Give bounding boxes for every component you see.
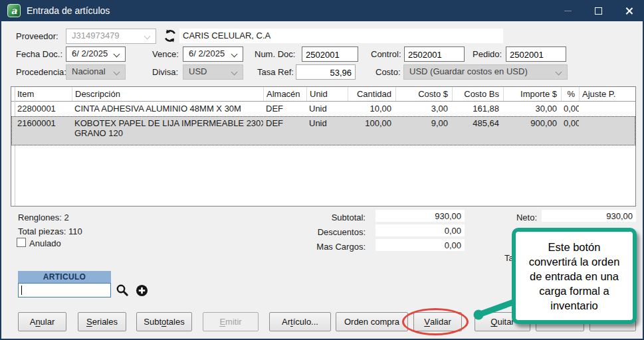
tasa-ref-field[interactable] xyxy=(296,64,356,80)
descuentos-field: 0,00 xyxy=(376,224,465,236)
maximize-button[interactable] xyxy=(583,0,613,21)
callout-line: convertirá la orden xyxy=(516,254,633,269)
subtotal-field: 930,00 xyxy=(376,210,465,222)
column-header-importe-usd[interactable]: Importe $ xyxy=(503,87,561,101)
column-header-almacen[interactable]: Almacén xyxy=(263,87,306,101)
column-header-costo-usd[interactable]: Costo $ xyxy=(395,87,452,101)
close-icon xyxy=(625,7,633,15)
cell-unid: Unid xyxy=(306,116,348,145)
fecha-doc-datepicker[interactable]: 6/ 2/2025 xyxy=(66,46,126,62)
cell-item: 21600001 xyxy=(15,116,72,145)
cell-cantidad: 100,00 xyxy=(348,116,395,145)
articulo-button[interactable]: Artículo... xyxy=(269,312,331,331)
anulado-checkbox[interactable] xyxy=(17,238,26,247)
cell-unid: Unid xyxy=(306,102,348,116)
vence-value: 6/ 2/2025 xyxy=(189,48,225,58)
callout-line: carga formal a xyxy=(516,284,633,298)
cell-importe-usd: 900,00 xyxy=(503,116,561,145)
cell-pct: 0,00 xyxy=(561,102,579,116)
costo-combobox: USD (Guardar costos en USD) xyxy=(403,64,568,80)
procedencia-label: Procedencia: xyxy=(16,67,66,77)
mas-cargos-field: 0,00 xyxy=(376,239,465,251)
app-logo-icon: a xyxy=(7,4,21,17)
add-article-button[interactable] xyxy=(136,284,148,297)
tasa-ref-label: Tasa Ref: xyxy=(257,67,294,77)
search-button[interactable] xyxy=(116,284,129,297)
descuentos-label: Descuentos: xyxy=(287,227,366,237)
chevron-down-icon xyxy=(144,33,151,40)
cell-costo-bs: 161,88 xyxy=(452,102,503,116)
table-row[interactable]: 22800001 CINTA ADHESIVA ALUMINIO 48MM X … xyxy=(11,102,635,116)
maximize-icon xyxy=(595,7,602,15)
pedido-field[interactable] xyxy=(506,46,566,62)
divisa-label: Divisa: xyxy=(152,67,178,77)
proveedor-value: J314973479 xyxy=(72,31,120,41)
total-piezas-value: 110 xyxy=(68,226,82,236)
control-label: Control: xyxy=(371,49,401,59)
renglones-text: Renglones: 2 xyxy=(18,212,69,222)
column-header-cantidad[interactable]: Cantidad xyxy=(348,87,395,101)
chevron-down-icon xyxy=(231,51,238,58)
procedencia-combobox: Nacional xyxy=(66,64,126,80)
orden-compra-button[interactable]: Orden compra xyxy=(336,312,408,331)
callout-line: Este botón xyxy=(516,240,633,254)
refresh-button[interactable] xyxy=(163,29,177,43)
articulo-header: ARTICULO xyxy=(18,271,111,283)
neto-label: Neto: xyxy=(493,212,537,222)
seriales-button[interactable]: Seriales xyxy=(78,312,126,331)
total-piezas-label: Total piezas: xyxy=(18,226,66,236)
cell-descripcion: CINTA ADHESIVA ALUMINIO 48MM X 30M xyxy=(72,102,263,116)
column-header-pct[interactable]: % xyxy=(561,87,579,101)
anulado-label: Anulado xyxy=(29,238,61,248)
chevron-down-icon xyxy=(231,69,238,76)
vence-datepicker[interactable]: 6/ 2/2025 xyxy=(183,46,243,62)
mas-cargos-label: Mas Cargos: xyxy=(287,242,366,252)
subtotales-button[interactable]: Subtotales xyxy=(136,312,192,331)
vence-label: Vence: xyxy=(152,49,179,59)
items-table: Item Descripción Almacén Unid Cantidad C… xyxy=(11,86,636,207)
chevron-down-icon xyxy=(556,69,562,76)
logo-letter: a xyxy=(11,5,17,16)
cell-importe-usd: 30,00 xyxy=(503,102,561,116)
articulo-search-input[interactable] xyxy=(18,283,111,298)
column-header-costo-bs[interactable]: Costo Bs xyxy=(452,87,503,101)
minimize-button xyxy=(552,0,583,21)
column-header-descripcion[interactable]: Descripción xyxy=(72,87,263,101)
cell-costo-bs: 485,64 xyxy=(452,116,503,145)
text-caret xyxy=(21,286,22,295)
table-row-selected[interactable]: 21600001 KOBOTEX PAPEL DE LIJA IMPERMEAB… xyxy=(11,116,635,145)
window-controls xyxy=(552,0,644,21)
table-header-row: Item Descripción Almacén Unid Cantidad C… xyxy=(11,87,635,102)
titlebar: a Entrada de artículos xyxy=(0,0,644,21)
column-header-item[interactable]: Item xyxy=(15,87,72,101)
chevron-down-icon xyxy=(114,69,120,76)
emitir-button: Emitir xyxy=(203,312,259,331)
validar-button[interactable]: Validar xyxy=(413,312,462,331)
fecha-doc-value: 6/ 2/2025 xyxy=(72,48,108,58)
refresh-icon xyxy=(163,29,177,43)
neto-field: 930,00 xyxy=(542,210,636,222)
column-header-unid[interactable]: Unid xyxy=(306,87,348,101)
proveedor-combobox[interactable]: J314973479 xyxy=(66,29,156,44)
fecha-doc-label: Fecha Doc.: xyxy=(16,49,62,59)
cell-ajuste xyxy=(579,116,635,145)
callout-line: inventario xyxy=(516,298,633,313)
divisa-value: USD xyxy=(189,66,207,76)
num-doc-field[interactable] xyxy=(302,46,358,62)
divisa-combobox: USD xyxy=(183,64,243,80)
column-header-ajuste[interactable]: Ajuste P. xyxy=(579,87,635,101)
cell-costo-usd: 3,00 xyxy=(395,102,452,116)
window-title: Entrada de artículos xyxy=(27,5,110,16)
annotation-callout: Este botón convertirá la orden de entrad… xyxy=(512,228,637,324)
subtotal-label: Subtotal: xyxy=(287,212,366,222)
control-field[interactable] xyxy=(404,46,465,62)
pedido-label: Pedido: xyxy=(473,49,502,59)
callout-line: de entrada en una xyxy=(516,269,633,284)
table-gutter-line xyxy=(15,87,15,206)
renglones-value: 2 xyxy=(64,212,68,222)
cell-almacen: DEF xyxy=(263,116,306,145)
anular-button[interactable]: Anular xyxy=(18,312,66,331)
chevron-down-icon xyxy=(114,51,120,58)
entrada-articulos-window: a Entrada de artículos Proveedor: J31497… xyxy=(0,0,644,340)
close-button[interactable] xyxy=(613,0,644,21)
